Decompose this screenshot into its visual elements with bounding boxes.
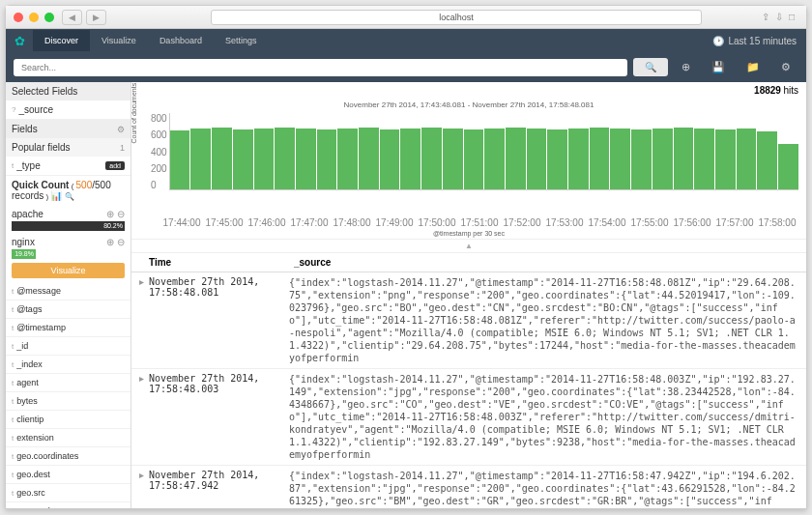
- gear-icon: ⚙: [117, 125, 125, 134]
- tab-settings[interactable]: Settings: [214, 30, 269, 51]
- quick-count: Quick Count ( 500/500 records ) 📊 🔍: [6, 176, 130, 205]
- fields-header[interactable]: Fields⚙: [6, 120, 130, 138]
- search-bar: 🔍 ⊕ 💾 📁 ⚙: [6, 52, 806, 82]
- search-input[interactable]: [14, 59, 627, 76]
- bar[interactable]: [631, 129, 652, 189]
- settings-icon[interactable]: ⚙: [773, 57, 798, 77]
- bar[interactable]: [715, 129, 736, 189]
- forward-button[interactable]: ▶: [86, 10, 106, 25]
- bar[interactable]: [527, 129, 547, 189]
- field-geo-coordinates[interactable]: tgeo.coordinates: [6, 447, 130, 466]
- field--index[interactable]: t_index: [6, 356, 130, 374]
- search-button[interactable]: 🔍: [633, 58, 668, 76]
- tab-dashboard[interactable]: Dashboard: [148, 30, 214, 51]
- bar[interactable]: [212, 128, 232, 189]
- add-button[interactable]: add: [105, 161, 125, 170]
- field-geo-dest[interactable]: tgeo.dest: [6, 466, 130, 484]
- selected-fields-header: Selected Fields: [6, 82, 130, 100]
- table-row[interactable]: ▸November 27th 2014, 17:58:48.003{"index…: [131, 369, 806, 466]
- bar[interactable]: [296, 129, 316, 189]
- field-source[interactable]: ?_source: [6, 100, 130, 120]
- bar[interactable]: [170, 130, 190, 189]
- field-geo-srcdest[interactable]: tgeo.srcdest: [6, 502, 130, 508]
- popular-fields-header: Popular fields1: [6, 138, 130, 157]
- close-window-icon[interactable]: [14, 13, 23, 22]
- bar[interactable]: [568, 129, 589, 189]
- bar[interactable]: [737, 129, 757, 189]
- bar[interactable]: [778, 144, 798, 189]
- bar[interactable]: [337, 129, 358, 189]
- field-type[interactable]: t_typeadd: [6, 157, 130, 176]
- hit-count: 18829 hits: [131, 82, 806, 99]
- bar[interactable]: [610, 129, 630, 189]
- table-row[interactable]: ▸November 27th 2014, 17:58:48.081{"index…: [131, 272, 806, 369]
- histogram-chart[interactable]: Count of documents 8006004002000: [131, 111, 806, 217]
- back-button[interactable]: ◀: [62, 10, 82, 25]
- visualize-button[interactable]: Visualize: [12, 263, 125, 278]
- field-geo-src[interactable]: tgeo.src: [6, 484, 130, 502]
- titlebar: ◀ ▶ localhost ⇪ ⇩ □: [6, 6, 806, 29]
- browser-window: ◀ ▶ localhost ⇪ ⇩ □ ✿ DiscoverVisualizeD…: [5, 5, 807, 509]
- x-axis-ticks: 17:44:0017:45:0017:46:0017:47:0017:48:00…: [131, 217, 806, 228]
- clock-icon: 🕑: [712, 36, 724, 46]
- open-icon[interactable]: 📁: [739, 57, 768, 77]
- col-source[interactable]: _source: [294, 257, 331, 268]
- field--tags[interactable]: t@tags: [6, 300, 130, 319]
- bar[interactable]: [694, 129, 714, 189]
- app-header: ✿ DiscoverVisualizeDashboardSettings 🕑 L…: [6, 29, 806, 52]
- bar[interactable]: [400, 129, 420, 189]
- url-bar[interactable]: localhost: [211, 10, 702, 25]
- field-extension[interactable]: textension: [6, 429, 130, 447]
- app-content: ✿ DiscoverVisualizeDashboardSettings 🕑 L…: [6, 29, 806, 508]
- server-nginx[interactable]: nginx⊕ ⊖: [6, 233, 130, 247]
- bar[interactable]: [233, 129, 253, 189]
- time-picker[interactable]: 🕑 Last 15 minutes: [703, 36, 806, 46]
- maximize-window-icon[interactable]: [44, 13, 54, 22]
- chart-icon: 📊: [50, 190, 62, 201]
- col-time[interactable]: Time: [149, 257, 294, 268]
- expand-icon[interactable]: ▸: [139, 276, 149, 364]
- kibana-logo-icon[interactable]: ✿: [6, 34, 33, 48]
- field--message[interactable]: t@message: [6, 282, 130, 300]
- minimize-window-icon[interactable]: [29, 13, 39, 22]
- bar[interactable]: [421, 128, 442, 189]
- sidebar: Selected Fields ?_source Fields⚙ Popular…: [6, 82, 131, 508]
- tab-visualize[interactable]: Visualize: [90, 30, 148, 51]
- field-agent[interactable]: tagent: [6, 374, 130, 392]
- new-icon[interactable]: ⊕: [674, 57, 698, 77]
- field-clientip[interactable]: tclientip: [6, 411, 130, 429]
- bar[interactable]: [443, 129, 463, 189]
- x-axis-label: @timestamp per 30 sec: [131, 228, 806, 239]
- field--id[interactable]: t_id: [6, 337, 130, 356]
- bar[interactable]: [254, 129, 275, 189]
- bar[interactable]: [317, 129, 337, 189]
- save-icon[interactable]: 💾: [704, 57, 733, 77]
- bar[interactable]: [674, 128, 694, 189]
- time-range-label: November 27th 2014, 17:43:48.081 - Novem…: [131, 99, 806, 111]
- bar[interactable]: [590, 128, 610, 189]
- field-bytes[interactable]: tbytes: [6, 392, 130, 411]
- bar[interactable]: [380, 129, 400, 189]
- tab-discover[interactable]: Discover: [33, 30, 90, 51]
- bar[interactable]: [275, 128, 295, 189]
- server-apache[interactable]: apache⊕ ⊖: [6, 205, 130, 219]
- bar[interactable]: [484, 129, 505, 189]
- field--timestamp[interactable]: t@timestamp: [6, 319, 130, 337]
- y-axis-label: Count of documents: [131, 83, 137, 144]
- bar[interactable]: [757, 131, 777, 189]
- time-label: Last 15 minutes: [728, 36, 797, 46]
- results-table: Time_source ▸November 27th 2014, 17:58:4…: [131, 253, 806, 508]
- collapse-toggle[interactable]: ▲: [131, 239, 806, 253]
- bar[interactable]: [464, 129, 484, 189]
- tabs-icon[interactable]: □: [789, 12, 795, 22]
- bar[interactable]: [359, 128, 379, 189]
- expand-icon[interactable]: ▸: [139, 373, 149, 461]
- table-row[interactable]: ▸November 27th 2014, 17:58:47.942{"index…: [131, 466, 806, 508]
- bar[interactable]: [190, 129, 211, 189]
- bar[interactable]: [652, 129, 673, 189]
- share-icon[interactable]: ⇪: [762, 12, 769, 22]
- bar[interactable]: [547, 129, 567, 189]
- bar[interactable]: [506, 128, 526, 189]
- download-icon[interactable]: ⇩: [775, 12, 783, 22]
- expand-icon[interactable]: ▸: [139, 470, 149, 508]
